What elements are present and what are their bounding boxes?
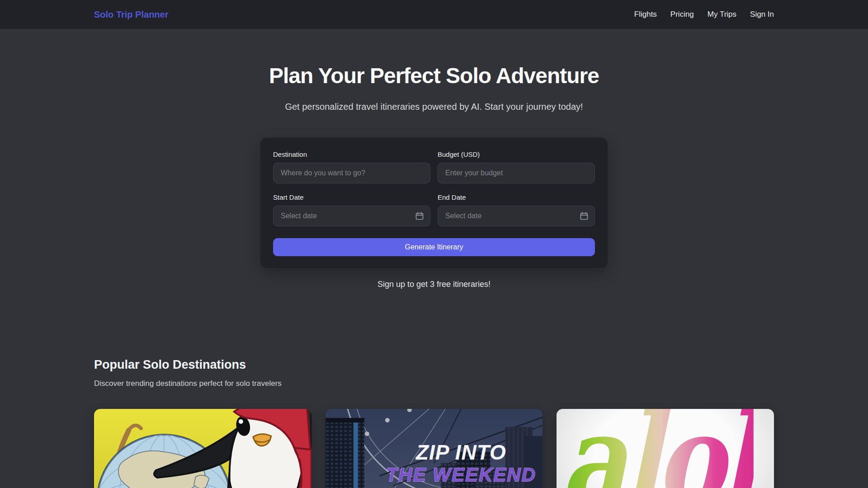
destination-input[interactable] — [273, 163, 430, 183]
nav-links: Flights Pricing My Trips Sign In — [634, 10, 774, 19]
top-nav: Solo Trip Planner Flights Pricing My Tri… — [0, 0, 868, 29]
budget-label: Budget (USD) — [438, 150, 595, 158]
budget-field-group: Budget (USD) — [438, 150, 595, 183]
aloha-caption: aloha — [560, 409, 754, 488]
end-date-input[interactable] — [438, 206, 595, 226]
calendar-icon[interactable] — [580, 211, 589, 221]
calendar-icon[interactable] — [415, 211, 424, 221]
nav-link-my-trips[interactable]: My Trips — [708, 10, 736, 19]
start-date-input[interactable] — [273, 206, 430, 226]
nav-link-pricing[interactable]: Pricing — [670, 10, 694, 19]
destinations-subtitle: Discover trending destinations perfect f… — [94, 379, 774, 388]
destination-card-aloha[interactable]: aloha — [557, 409, 774, 488]
brand-logo[interactable]: Solo Trip Planner — [94, 9, 168, 20]
aloha-image: aloha — [557, 409, 774, 488]
start-date-field-group: Start Date — [273, 193, 430, 226]
destinations-grid: ZIP INTO THE WEEKEND aloha — [94, 409, 774, 488]
hero-title: Plan Your Perfect Solo Adventure — [0, 63, 868, 88]
destination-card-penguin[interactable] — [94, 409, 311, 488]
zipline-caption-line2: THE WEEKEND — [386, 464, 536, 485]
budget-input[interactable] — [438, 163, 595, 183]
destinations-heading: Popular Solo Destinations — [94, 358, 774, 372]
penguin-globe-image — [94, 409, 311, 488]
vegas-zipline-image: ZIP INTO THE WEEKEND — [326, 409, 543, 488]
zipline-caption-line1: ZIP INTO — [415, 441, 506, 464]
destination-card-zipline[interactable]: ZIP INTO THE WEEKEND — [326, 409, 543, 488]
nav-link-flights[interactable]: Flights — [634, 10, 657, 19]
popular-destinations-section: Popular Solo Destinations Discover trend… — [0, 358, 868, 488]
nav-link-sign-in[interactable]: Sign In — [750, 10, 774, 19]
trip-planner-card: Destination Budget (USD) Start Date — [260, 138, 608, 268]
hero-section: Plan Your Perfect Solo Adventure Get per… — [0, 29, 868, 289]
signup-note: Sign up to get 3 free itineraries! — [0, 280, 868, 289]
hero-subtitle: Get personalized travel itineraries powe… — [285, 100, 583, 113]
generate-itinerary-button[interactable]: Generate Itinerary — [273, 238, 595, 256]
end-date-label: End Date — [438, 193, 595, 201]
start-date-label: Start Date — [273, 193, 430, 201]
end-date-field-group: End Date — [438, 193, 595, 226]
destination-label: Destination — [273, 150, 430, 158]
destination-field-group: Destination — [273, 150, 430, 183]
